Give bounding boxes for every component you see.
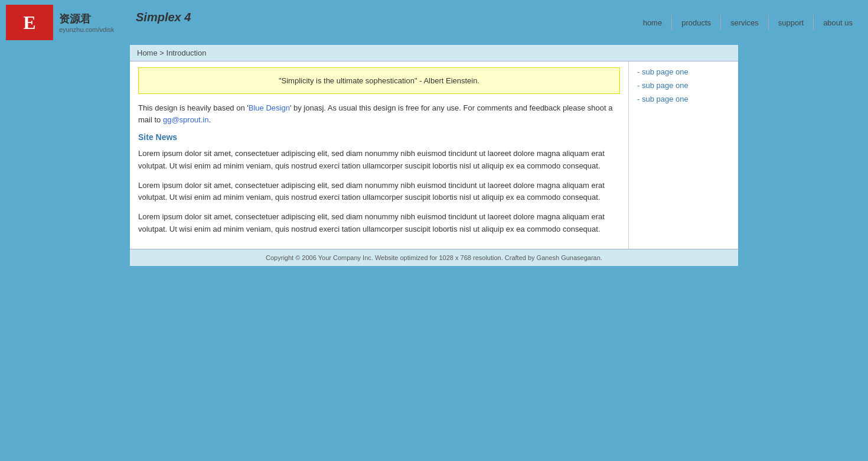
sidebar-link[interactable]: - sub page one xyxy=(637,95,730,103)
nav-item-about-us[interactable]: about us xyxy=(813,15,862,31)
blue-design-link[interactable]: Blue Design xyxy=(249,103,290,112)
sidebar-link[interactable]: - sub page one xyxy=(637,67,730,76)
quote-box: "Simplicity is the ultimate sophesticati… xyxy=(138,67,620,94)
footer: Copyright © 2006 Your Company Inc. Websi… xyxy=(130,249,738,266)
breadcrumb: Home > Introduction xyxy=(130,45,738,61)
breadcrumb-current: Introduction xyxy=(167,48,207,57)
main-nav: homeproductsservicessupportabout us xyxy=(634,15,862,31)
news-paragraph: Lorem ipsum dolor sit amet, consectetuer… xyxy=(138,211,620,236)
intro-text: This design is heavily based on 'Blue De… xyxy=(138,102,620,125)
intro-email-suffix: . xyxy=(208,115,211,124)
logo-icon: E xyxy=(6,5,53,40)
email-link[interactable]: gg@sprout.in xyxy=(163,115,209,124)
logo-text: 资源君 eyunzhu.com/vdisk xyxy=(59,12,115,33)
news-paragraph: Lorem ipsum dolor sit amet, consectetuer… xyxy=(138,180,620,204)
breadcrumb-separator: > xyxy=(159,48,166,57)
nav-item-support[interactable]: support xyxy=(768,15,813,31)
nav-item-products[interactable]: products xyxy=(671,15,720,31)
sidebar: - sub page one- sub page one- sub page o… xyxy=(629,61,738,249)
site-title: Simplex 4 xyxy=(136,11,191,24)
breadcrumb-home-link[interactable]: Home xyxy=(137,48,158,57)
logo-url: eyunzhu.com/vdisk xyxy=(59,26,115,33)
nav-item-home[interactable]: home xyxy=(634,15,672,31)
site-news-title: Site News xyxy=(138,132,620,142)
sidebar-link[interactable]: - sub page one xyxy=(637,81,730,90)
intro-before-link: This design is heavily based on ' xyxy=(138,103,249,112)
nav-item-services[interactable]: services xyxy=(720,15,768,31)
news-paragraphs: Lorem ipsum dolor sit amet, consectetuer… xyxy=(138,148,620,236)
logo-area: E 资源君 eyunzhu.com/vdisk xyxy=(6,5,115,40)
main-content: "Simplicity is the ultimate sophesticati… xyxy=(130,61,629,249)
logo-chinese: 资源君 xyxy=(59,12,115,26)
news-paragraph: Lorem ipsum dolor sit amet, consectetuer… xyxy=(138,148,620,173)
